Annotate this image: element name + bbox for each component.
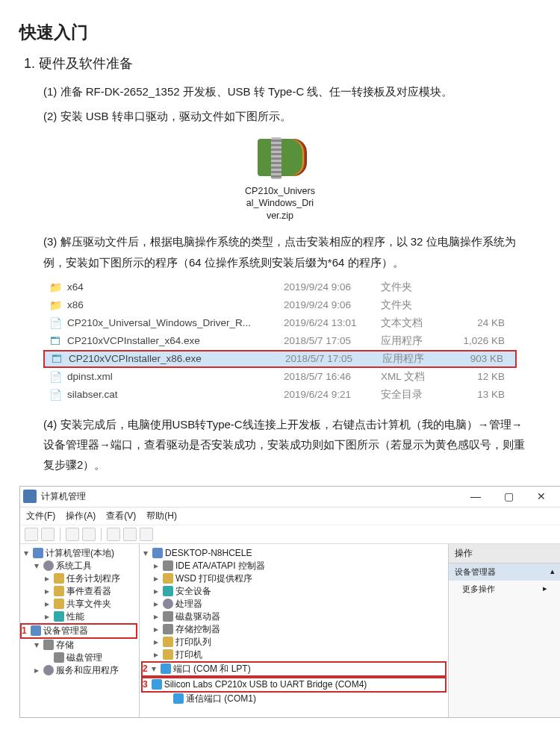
toolbar-extra-icon[interactable] (140, 528, 153, 541)
toolbar-forward-icon[interactable] (41, 528, 55, 541)
menubar[interactable]: 文件(F) 操作(A) 查看(V) 帮助(H) (20, 507, 560, 525)
file-date: 2018/5/7 17:05 (285, 353, 382, 364)
window-title: 计算机管理 (41, 490, 459, 503)
file-name: dpinst.xml (67, 371, 284, 382)
node-computer-management[interactable]: 计算机管理(本地) (46, 547, 114, 560)
titlebar[interactable]: 计算机管理 — ▢ ✕ (20, 487, 560, 507)
file-row[interactable]: 🗔CP210xVCPInstaller_x64.exe2018/5/7 17:0… (43, 332, 517, 350)
file-name: CP210xVCPInstaller_x86.exe (69, 353, 285, 364)
file-row[interactable]: 📄silabser.cat2019/6/24 9:21安全目录13 KB (43, 386, 517, 404)
file-size: 903 KB (449, 353, 511, 364)
file-type: 文本文档 (381, 316, 448, 330)
file-size: 24 KB (448, 317, 512, 328)
toolbar-back-icon[interactable] (25, 528, 38, 541)
menu-file[interactable]: 文件(F) (26, 510, 55, 522)
file-date: 2019/6/24 13:01 (284, 317, 381, 328)
computer-management-window: 计算机管理 — ▢ ✕ 文件(F) 操作(A) 查看(V) 帮助(H) ▾计算机… (19, 486, 560, 718)
node-wsd-print[interactable]: WSD 打印提供程序 (175, 572, 252, 585)
app-icon (23, 490, 37, 503)
node-system-tools[interactable]: 系统工具 (56, 560, 92, 572)
file-icon: 📁 (48, 299, 63, 311)
section-heading: 1. 硬件及软件准备 (24, 54, 541, 72)
node-com1[interactable]: 通信端口 (COM1) (186, 693, 256, 705)
minimize-button[interactable]: — (459, 487, 492, 506)
file-type: XML 文档 (381, 370, 448, 384)
file-icon: 📄 (48, 317, 63, 329)
zip-archive-icon (255, 134, 305, 181)
storage-ctrl-icon (163, 624, 173, 634)
step-3: (3) 解压驱动文件后，根据电脑操作系统的类型，点击安装相应的程序，以 32 位… (43, 231, 533, 272)
node-disk-management[interactable]: 磁盘管理 (66, 652, 102, 664)
file-icon: 🗔 (49, 353, 64, 365)
tools-icon (43, 560, 54, 571)
node-security-devices[interactable]: 安全设备 (175, 585, 211, 598)
file-date: 2018/5/7 16:46 (284, 371, 381, 382)
toolbar-prop-icon[interactable] (66, 528, 79, 541)
left-tree[interactable]: ▾计算机管理(本地) ▾系统工具 ▸任务计划程序 ▸事件查看器 ▸共享文件夹 ▸… (20, 544, 140, 717)
menu-action[interactable]: 操作(A) (66, 510, 96, 522)
file-size: 13 KB (448, 389, 512, 400)
step-4: (4) 安装完成后，电脑使用USB转Type-C线连接上开发板，右键点击计算机（… (43, 414, 533, 475)
node-shared-folders[interactable]: 共享文件夹 (66, 598, 111, 610)
file-type: 文件夹 (381, 299, 448, 312)
file-size: 12 KB (448, 371, 512, 382)
node-printers[interactable]: 打印机 (175, 649, 202, 661)
node-ide-ata[interactable]: IDE ATA/ATAPI 控制器 (175, 560, 265, 572)
task-icon (54, 573, 64, 584)
zip-filename: CP210x_Univers al_Windows_Dri ver.zip (239, 185, 321, 223)
node-storage-controllers[interactable]: 存储控制器 (175, 623, 220, 636)
storage-icon (43, 640, 54, 650)
file-type: 应用程序 (381, 334, 448, 348)
file-size: 1,026 KB (448, 335, 512, 346)
disk-icon (163, 611, 173, 622)
node-processors[interactable]: 处理器 (175, 598, 202, 610)
actions-more[interactable]: 更多操作▸ (449, 581, 560, 598)
file-row[interactable]: 📄CP210x_Universal_Windows_Driver_R...201… (43, 314, 517, 332)
file-row[interactable]: 🗔CP210xVCPInstaller_x86.exe2018/5/7 17:0… (43, 350, 517, 368)
toolbar-help-icon[interactable] (107, 528, 120, 541)
node-storage[interactable]: 存储 (56, 639, 74, 652)
file-date: 2018/5/7 17:05 (284, 335, 381, 346)
file-icon: 📁 (48, 281, 63, 293)
printer-icon (163, 649, 173, 660)
file-row[interactable]: 📄dpinst.xml2018/5/7 16:46XML 文档12 KB (43, 368, 517, 386)
file-date: 2019/9/24 9:06 (284, 281, 381, 293)
zip-figure: CP210x_Univers al_Windows_Dri ver.zip (19, 134, 541, 223)
toolbar[interactable] (20, 525, 560, 544)
node-print-queues[interactable]: 打印队列 (175, 636, 211, 649)
devmgr-icon (31, 625, 41, 636)
close-button[interactable]: ✕ (525, 487, 558, 506)
node-disk-drives[interactable]: 磁盘驱动器 (175, 610, 220, 623)
actions-header: 操作 (449, 544, 560, 563)
file-row[interactable]: 📁x642019/9/24 9:06文件夹 (43, 278, 517, 296)
actions-pane: 操作 设备管理器▴ 更多操作▸ (449, 544, 560, 717)
file-explorer-listing: 📁x642019/9/24 9:06文件夹📁x862019/9/24 9:06文… (43, 278, 517, 404)
node-hostname[interactable]: DESKTOP-N8HCELE (165, 547, 252, 560)
file-name: x64 (67, 281, 284, 293)
toolbar-refresh-icon[interactable] (82, 528, 96, 541)
node-task-scheduler[interactable]: 任务计划程序 (66, 572, 120, 585)
node-cp210x-bridge[interactable]: Silicon Labs CP210x USB to UART Bridge (… (164, 678, 367, 691)
node-event-viewer[interactable]: 事件查看器 (66, 585, 111, 598)
file-row[interactable]: 📁x862019/9/24 9:06文件夹 (43, 296, 517, 314)
node-ports-com-lpt[interactable]: 端口 (COM 和 LPT) (173, 663, 251, 675)
usb-uart-icon (152, 679, 162, 690)
page-title: 快速入门 (19, 21, 541, 44)
wsd-icon (163, 573, 173, 584)
event-icon (54, 586, 64, 596)
step-1: (1) 准备 RF-DK-2652_1352 开发板、USB 转 Type-C … (43, 81, 533, 101)
device-tree[interactable]: ▾DESKTOP-N8HCELE ▸IDE ATA/ATAPI 控制器 ▸WSD… (140, 544, 449, 717)
file-date: 2019/9/24 9:06 (284, 299, 381, 310)
menu-view[interactable]: 查看(V) (106, 510, 136, 522)
menu-help[interactable]: 帮助(H) (146, 510, 177, 522)
file-date: 2019/6/24 9:21 (284, 389, 381, 400)
node-performance[interactable]: 性能 (66, 610, 84, 623)
toolbar-view-icon[interactable] (123, 528, 137, 541)
node-services-and-apps[interactable]: 服务和应用程序 (56, 664, 119, 677)
node-device-manager[interactable]: 设备管理器 (43, 625, 88, 637)
actions-subheader[interactable]: 设备管理器▴ (449, 563, 560, 581)
ide-icon (163, 560, 173, 571)
maximize-button[interactable]: ▢ (492, 487, 525, 506)
file-name: silabser.cat (67, 389, 284, 400)
marker-2: 2 (143, 663, 148, 675)
